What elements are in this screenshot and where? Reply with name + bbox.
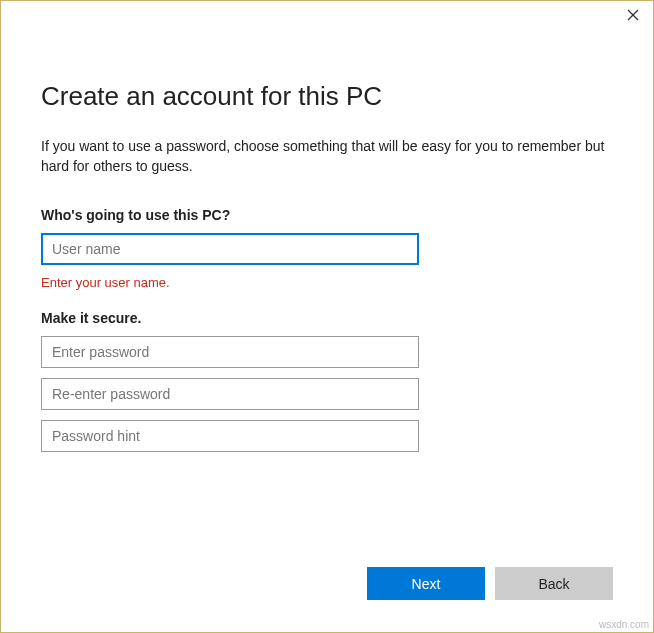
dialog-window: Create an account for this PC If you wan… (0, 0, 654, 633)
repassword-field-wrap (41, 378, 613, 410)
titlebar (1, 1, 653, 31)
page-title: Create an account for this PC (41, 81, 613, 112)
username-input[interactable] (41, 233, 419, 265)
password-input[interactable] (41, 336, 419, 368)
username-error: Enter your user name. (41, 275, 613, 290)
password-field-wrap (41, 336, 613, 368)
secure-section-label: Make it secure. (41, 310, 613, 326)
username-field-wrap (41, 233, 613, 265)
page-subtitle: If you want to use a password, choose so… (41, 136, 613, 177)
password-hint-input[interactable] (41, 420, 419, 452)
secure-section (41, 336, 613, 452)
user-section-label: Who's going to use this PC? (41, 207, 613, 223)
watermark: wsxdn.com (599, 619, 649, 630)
hint-field-wrap (41, 420, 613, 452)
button-bar: Next Back (367, 567, 613, 600)
next-button[interactable]: Next (367, 567, 485, 600)
content-area: Create an account for this PC If you wan… (1, 31, 653, 452)
close-icon[interactable] (627, 7, 639, 19)
repassword-input[interactable] (41, 378, 419, 410)
back-button[interactable]: Back (495, 567, 613, 600)
